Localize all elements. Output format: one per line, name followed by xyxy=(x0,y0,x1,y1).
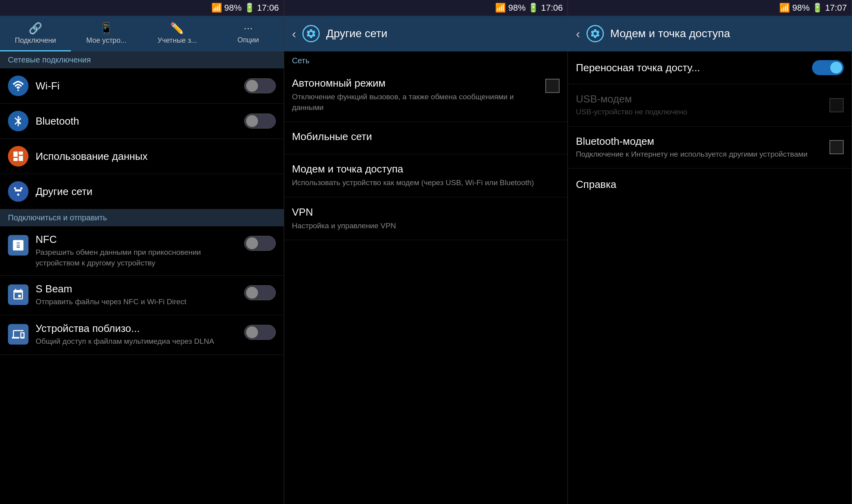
hotspot-title: Переносная точка досту... xyxy=(576,62,812,74)
mydevice-tab-label: Мое устро... xyxy=(86,36,126,45)
svg-point-1 xyxy=(20,187,22,189)
panel3-title: Модем и точка доступа xyxy=(610,27,730,40)
help-item[interactable]: Справка xyxy=(568,169,852,200)
wifi-text: Wi-Fi xyxy=(36,80,244,92)
other-networks-title: Другие сети xyxy=(36,186,276,198)
accounts-tab-icon: ✏️ xyxy=(170,22,184,35)
nfc-subtitle: Разрешить обмен данными при прикосновени… xyxy=(36,247,244,268)
tab-mydevice[interactable]: 📱 Мое устро... xyxy=(71,16,142,51)
bluetooth-text: Bluetooth xyxy=(36,115,244,127)
nearby-title: Устройства поблизо... xyxy=(36,322,244,335)
mobile-networks-item[interactable]: Мобильные сети xyxy=(284,122,568,154)
airplane-checkbox[interactable] xyxy=(545,79,560,93)
airplane-mode-item[interactable]: Автономный режим Отключение функций вызо… xyxy=(284,68,568,122)
panel2-title: Другие сети xyxy=(326,27,387,40)
other-networks-text: Другие сети xyxy=(36,186,276,198)
back-arrow-2[interactable]: ‹ xyxy=(292,27,296,41)
hotspot-text: Переносная точка досту... xyxy=(576,62,812,74)
bt-modem-checkbox[interactable] xyxy=(829,140,844,154)
nearby-toggle[interactable] xyxy=(244,325,276,340)
panel2-section-net: Сеть xyxy=(284,51,568,68)
battery-pct-2: 98% xyxy=(508,3,526,13)
connections-tab-label: Подключени xyxy=(15,36,56,45)
hotspot-toggle[interactable] xyxy=(812,60,844,75)
nearby-subtitle: Общий доступ к файлам мультимедиа через … xyxy=(36,336,244,347)
help-title: Справка xyxy=(576,178,844,191)
bt-modem-title: Bluetooth-модем xyxy=(576,135,829,148)
usb-modem-item: USB-модем USB-устройство не подключено xyxy=(568,84,852,127)
tethering-item[interactable]: Модем и точка доступа Использовать устро… xyxy=(284,154,568,197)
panel-other-networks: 📶 98% 🔋 17:06 ‹ Другие сети Сеть Автоном… xyxy=(284,0,568,504)
tethering-title: Модем и точка доступа xyxy=(292,163,560,175)
mobile-networks-title: Мобильные сети xyxy=(292,131,560,143)
nfc-icon xyxy=(8,235,28,256)
sbeam-text: S Beam Отправить файлы через NFC и Wi-Fi… xyxy=(36,283,244,307)
nfc-title: NFC xyxy=(36,233,244,246)
other-networks-item[interactable]: Другие сети xyxy=(0,174,284,209)
sbeam-item[interactable]: S Beam Отправить файлы через NFC и Wi-Fi… xyxy=(0,276,284,315)
usb-modem-checkbox xyxy=(829,98,844,112)
options-tab-icon: ··· xyxy=(243,22,252,34)
bt-modem-text: Bluetooth-модем Подключение к Интернету … xyxy=(576,135,829,160)
nearby-item[interactable]: Устройства поблизо... Общий доступ к фай… xyxy=(0,315,284,355)
connections-tab-icon: 🔗 xyxy=(28,22,42,35)
bluetooth-item[interactable]: Bluetooth xyxy=(0,104,284,139)
usb-modem-title: USB-модем xyxy=(576,93,829,105)
time-2: 17:06 xyxy=(541,3,563,13)
vpn-title: VPN xyxy=(292,206,560,218)
mydevice-tab-icon: 📱 xyxy=(99,22,113,35)
usb-modem-subtitle: USB-устройство не подключено xyxy=(576,107,829,117)
svg-point-0 xyxy=(14,187,16,189)
data-usage-item[interactable]: Использование данных xyxy=(0,139,284,174)
other-networks-icon xyxy=(8,181,28,202)
connect-section-header: Подключиться и отправить xyxy=(0,209,284,226)
vpn-subtitle: Настройка и управление VPN xyxy=(292,221,560,231)
panel3-header: ‹ Модем и точка доступа xyxy=(568,16,852,51)
battery-icon-3: 🔋 xyxy=(812,3,823,13)
wifi-toggle[interactable] xyxy=(244,78,276,93)
nav-tabs: 🔗 Подключени 📱 Мое устро... ✏️ Учетные з… xyxy=(0,16,284,51)
svg-point-2 xyxy=(17,193,19,195)
nfc-toggle[interactable] xyxy=(244,236,276,251)
tethering-subtitle: Использовать устройство как модем (через… xyxy=(292,178,560,188)
sbeam-icon xyxy=(8,284,28,305)
bluetooth-title: Bluetooth xyxy=(36,115,244,127)
tab-options[interactable]: ··· Опции xyxy=(213,16,284,51)
hotspot-item[interactable]: Переносная точка досту... xyxy=(568,51,852,84)
sbeam-toggle[interactable] xyxy=(244,285,276,300)
signal-icon-1: 📶 xyxy=(211,3,222,13)
panel2-header: ‹ Другие сети xyxy=(284,16,568,51)
wifi-item[interactable]: Wi-Fi xyxy=(0,68,284,104)
nfc-item[interactable]: NFC Разрешить обмен данными при прикосно… xyxy=(0,226,284,276)
sbeam-title: S Beam xyxy=(36,283,244,295)
nfc-text: NFC Разрешить обмен данными при прикосно… xyxy=(36,233,244,268)
section-network-header: Сетевые подключения xyxy=(0,51,284,68)
signal-icon-2: 📶 xyxy=(495,3,506,13)
airplane-subtitle: Отключение функций вызовов, а также обме… xyxy=(292,92,546,113)
options-tab-label: Опции xyxy=(237,36,259,44)
time-1: 17:06 xyxy=(257,3,279,13)
wifi-icon xyxy=(8,76,28,96)
gear-icon-2 xyxy=(302,25,320,42)
signal-icon-3: 📶 xyxy=(779,3,790,13)
tab-accounts[interactable]: ✏️ Учетные з... xyxy=(142,16,213,51)
data-usage-text: Использование данных xyxy=(36,150,276,163)
panel-connections: 📶 98% 🔋 17:06 🔗 Подключени 📱 Мое устро..… xyxy=(0,0,284,504)
bt-modem-item[interactable]: Bluetooth-модем Подключение к Интернету … xyxy=(568,127,852,169)
data-usage-icon xyxy=(8,146,28,167)
bluetooth-toggle[interactable] xyxy=(244,114,276,129)
bt-modem-subtitle: Подключение к Интернету не используется … xyxy=(576,149,829,160)
status-bar-1: 📶 98% 🔋 17:06 xyxy=(0,0,284,16)
vpn-item[interactable]: VPN Настройка и управление VPN xyxy=(284,197,568,241)
nearby-text: Устройства поблизо... Общий доступ к фай… xyxy=(36,322,244,347)
tab-connections[interactable]: 🔗 Подключени xyxy=(0,16,71,51)
battery-icon-2: 🔋 xyxy=(528,3,539,13)
back-arrow-3[interactable]: ‹ xyxy=(576,27,580,41)
status-bar-2: 📶 98% 🔋 17:06 xyxy=(284,0,568,16)
battery-icon-1: 🔋 xyxy=(244,3,255,13)
airplane-title: Автономный режим xyxy=(292,77,546,89)
battery-pct-3: 98% xyxy=(792,3,810,13)
status-bar-3: 📶 98% 🔋 17:07 xyxy=(568,0,852,16)
network-settings-list: Wi-Fi Bluetooth Использование да xyxy=(0,68,284,504)
dlna-icon xyxy=(8,324,28,345)
